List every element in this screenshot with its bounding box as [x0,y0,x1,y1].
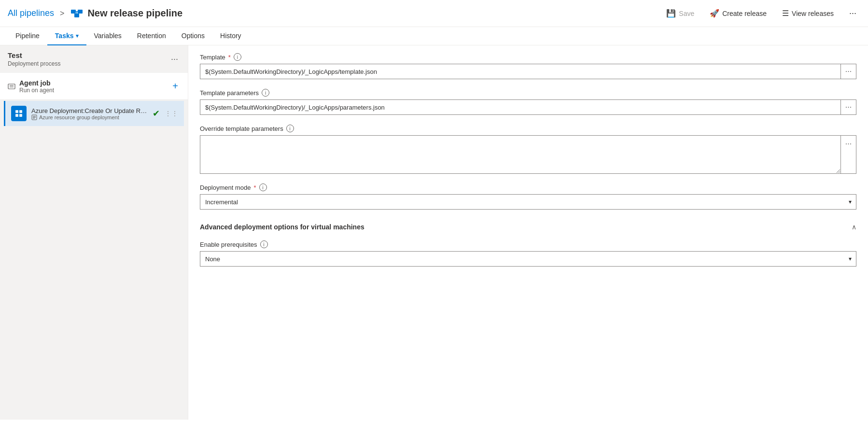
task-name: Azure Deployment:Create Or Update Resour… [31,107,148,114]
enable-prereq-dropdown-wrapper: None Configure with Deployment Group Age… [200,251,856,267]
save-button[interactable]: 💾 Save [662,7,698,20]
svg-rect-10 [15,114,18,117]
template-label: Template * i [200,53,856,61]
svg-rect-9 [19,110,22,113]
template-ellipsis-button[interactable]: ··· [841,64,856,79]
section-subtitle: Deployment process [8,60,60,67]
tab-pipeline[interactable]: Pipeline [8,27,47,45]
task-icon [11,106,27,121]
view-releases-button[interactable]: ☰ View releases [778,7,838,20]
template-params-field: Template parameters i ··· [200,89,856,115]
pipeline-icon [70,7,84,20]
right-panel: Template * i ··· Template parameters i ·… [188,45,868,420]
task-check-icon: ✔ [153,108,160,119]
task-subtitle-icon [31,114,37,120]
nav-tabs: Pipeline Tasks ▾ Variables Retention Opt… [0,27,868,45]
override-params-info-icon[interactable]: i [286,125,294,132]
enable-prereq-label: Enable prerequisites i [200,240,856,248]
section-title: Test [8,51,60,59]
svg-rect-8 [15,110,18,113]
header: All pipelines > New release pipeline 💾 S… [0,0,868,27]
left-panel: Test Deployment process ··· Agent job Ru… [0,45,188,420]
deployment-mode-required-star: * [254,184,256,191]
agent-job-row[interactable]: Agent job Run on agent + [0,73,188,100]
task-item[interactable]: Azure Deployment:Create Or Update Resour… [4,101,184,126]
main-layout: Test Deployment process ··· Agent job Ru… [0,45,868,420]
override-params-field: Override template parameters i ··· [200,125,856,174]
override-params-textarea[interactable] [200,135,841,174]
create-release-button[interactable]: 🚀 Create release [706,7,770,20]
template-input[interactable] [200,64,841,79]
svg-rect-5 [8,84,15,89]
enable-prereq-info-icon[interactable]: i [260,240,268,248]
section-header: Test Deployment process ··· [0,45,188,73]
task-drag-icon[interactable]: ⋮⋮ [165,110,178,117]
advanced-section-header: Advanced deployment options for virtual … [200,219,856,235]
create-release-icon: 🚀 [710,9,719,18]
template-params-input[interactable] [200,99,841,115]
deployment-mode-info-icon[interactable]: i [259,183,267,191]
deployment-mode-select[interactable]: Incremental Complete Validation Only [200,194,856,210]
view-releases-icon: ☰ [782,9,789,18]
tasks-dropdown-icon: ▾ [76,33,79,39]
advanced-collapse-button[interactable]: ∧ [852,223,856,231]
breadcrumb-separator: > [60,9,64,18]
template-params-input-row: ··· [200,99,856,115]
agent-job-icon [8,83,15,90]
header-actions: 💾 Save 🚀 Create release ☰ View releases … [662,6,860,20]
tab-variables[interactable]: Variables [86,27,129,45]
override-params-ellipsis-button[interactable]: ··· [841,135,856,174]
template-params-info-icon[interactable]: i [262,89,269,97]
header-more-button[interactable]: ··· [845,6,860,20]
deployment-mode-dropdown-wrapper: Incremental Complete Validation Only ▾ [200,194,856,210]
template-field: Template * i ··· [200,53,856,79]
tab-options[interactable]: Options [174,27,212,45]
override-params-label: Override template parameters i [200,125,856,132]
task-subtitle: Azure resource group deployment [31,114,148,120]
add-task-button[interactable]: + [170,79,180,94]
breadcrumb-all-pipelines[interactable]: All pipelines [8,8,54,18]
svg-rect-1 [78,10,83,14]
template-info-icon[interactable]: i [234,53,241,61]
template-required-star: * [228,54,231,61]
advanced-section-title: Advanced deployment options for virtual … [200,223,364,231]
template-params-ellipsis-button[interactable]: ··· [841,99,856,115]
save-icon: 💾 [666,9,676,18]
tab-tasks[interactable]: Tasks ▾ [47,27,86,45]
override-params-input-row: ··· [200,135,856,174]
page-title: New release pipeline [87,8,182,19]
svg-rect-11 [19,114,22,117]
deployment-mode-label: Deployment mode * i [200,183,856,191]
template-params-label: Template parameters i [200,89,856,97]
enable-prereq-field: Enable prerequisites i None Configure wi… [200,240,856,267]
header-left: All pipelines > New release pipeline [8,7,182,20]
tab-retention[interactable]: Retention [129,27,174,45]
section-more-button[interactable]: ··· [169,52,180,66]
agent-job-title: Agent job [19,79,54,87]
enable-prereq-select[interactable]: None Configure with Deployment Group Age… [200,251,856,267]
deployment-mode-field: Deployment mode * i Incremental Complete… [200,183,856,210]
tab-history[interactable]: History [212,27,249,45]
agent-job-subtitle: Run on agent [19,87,54,94]
template-input-row: ··· [200,64,856,79]
